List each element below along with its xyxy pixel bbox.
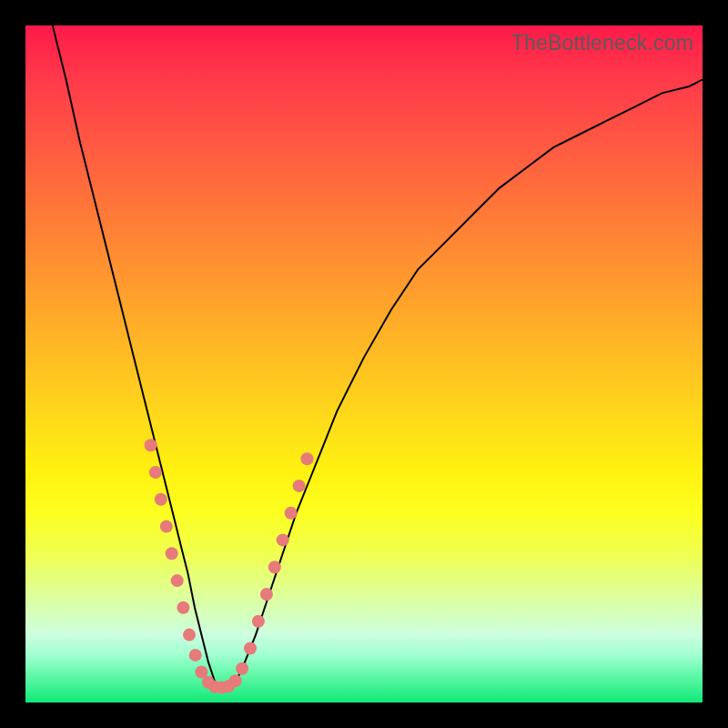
marker-dot (145, 439, 157, 451)
marker-dot (277, 533, 289, 546)
plot-frame: TheBottleneck.com (25, 25, 703, 703)
marker-dot (236, 662, 248, 675)
marker-dot (171, 574, 184, 587)
marker-dot (285, 507, 298, 520)
marker-dot (189, 649, 202, 662)
marker-dot (149, 466, 162, 479)
marker-group (145, 439, 314, 693)
curve-line (53, 25, 703, 689)
marker-dot (268, 561, 281, 573)
marker-dot (183, 629, 196, 642)
marker-dot (155, 493, 167, 506)
bottleneck-chart (25, 25, 703, 703)
marker-dot (166, 547, 178, 560)
marker-dot (301, 452, 314, 465)
marker-dot (229, 674, 242, 687)
marker-dot (160, 521, 173, 533)
marker-dot (177, 602, 189, 614)
marker-dot (293, 480, 306, 492)
marker-dot (260, 588, 273, 601)
marker-dot (252, 615, 265, 628)
marker-dot (244, 642, 257, 655)
